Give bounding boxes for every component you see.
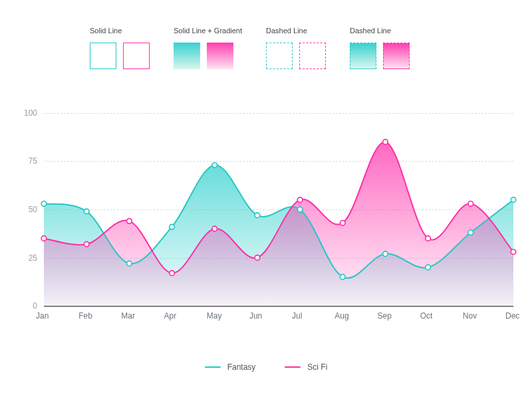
xlabel: Dec (505, 311, 519, 321)
swatch-dashed-scifi[interactable] (299, 43, 326, 69)
swatch-solid-fantasy[interactable] (90, 43, 116, 69)
swatch-dashed-gradient-fantasy[interactable] (350, 43, 376, 69)
xlabel: Feb (78, 311, 92, 321)
ytick: 0 (19, 301, 37, 311)
data-point[interactable] (255, 255, 260, 261)
data-point[interactable] (170, 271, 175, 276)
legend-label: Fantasy (227, 362, 256, 372)
ytick: 75 (19, 156, 37, 166)
data-point[interactable] (468, 230, 473, 235)
data-point[interactable] (383, 140, 388, 145)
swatch-label: Dashed Line (266, 27, 326, 36)
data-point[interactable] (41, 201, 47, 207)
data-point[interactable] (255, 213, 260, 218)
data-point[interactable] (468, 201, 473, 207)
swatch-label: Dashed Line (350, 27, 410, 36)
data-point[interactable] (41, 236, 47, 241)
style-swatch-groups: Solid Line Solid Line + Gradient Dashed … (90, 27, 410, 69)
xlabel: Jan (36, 311, 49, 321)
data-point[interactable] (297, 198, 303, 203)
ytick: 100 (19, 108, 37, 118)
data-point[interactable] (84, 241, 89, 247)
legend-label: Sci Fi (307, 362, 327, 372)
data-point[interactable] (212, 226, 217, 231)
legend-line-icon (285, 366, 301, 368)
data-point[interactable] (426, 265, 431, 270)
xlabel: Mar (121, 311, 135, 321)
data-point[interactable] (84, 209, 89, 214)
xlabel: Apr (164, 311, 177, 321)
swatch-group-dashed-gradient: Dashed Line (350, 27, 410, 69)
xlabel: Sep (377, 311, 391, 321)
swatch-dashed-gradient-scifi[interactable] (383, 43, 410, 69)
data-point[interactable] (297, 207, 303, 212)
data-point[interactable] (340, 221, 345, 226)
data-point[interactable] (127, 219, 132, 224)
swatch-label: Solid Line (90, 27, 150, 36)
x-axis-labels: JanFebMarAprMayJunJulAugSepOctNovDec (44, 311, 513, 325)
swatch-label: Solid Line + Gradient (174, 27, 242, 36)
swatch-group-solid: Solid Line (90, 27, 150, 69)
xlabel: Jul (292, 311, 302, 321)
swatch-gradient-scifi[interactable] (207, 43, 233, 69)
xlabel: Jun (249, 311, 262, 321)
xlabel: Oct (420, 311, 433, 321)
data-point[interactable] (212, 163, 217, 168)
data-point[interactable] (127, 261, 132, 266)
swatch-solid-scifi[interactable] (123, 43, 150, 69)
legend-item-fantasy[interactable]: Fantasy (205, 362, 256, 372)
swatch-group-solid-gradient: Solid Line + Gradient (174, 27, 242, 69)
data-point[interactable] (426, 236, 431, 241)
x-axis (44, 306, 513, 307)
ytick: 50 (19, 205, 37, 214)
swatch-gradient-fantasy[interactable] (174, 43, 200, 69)
chart-legend: Fantasy Sci Fi (0, 362, 532, 372)
swatch-dashed-fantasy[interactable] (266, 43, 293, 69)
legend-item-scifi[interactable]: Sci Fi (285, 362, 327, 372)
swatch-group-dashed: Dashed Line (266, 27, 326, 69)
xlabel: Aug (334, 311, 348, 321)
plot-canvas (44, 113, 513, 306)
data-point[interactable] (511, 198, 516, 203)
data-point[interactable] (511, 249, 516, 255)
data-point[interactable] (340, 275, 345, 280)
data-point[interactable] (170, 224, 175, 229)
spline-area-chart: 100 75 50 25 0 JanFebMarAprMayJunJulAugS… (19, 113, 513, 332)
xlabel: Nov (463, 311, 477, 321)
data-point[interactable] (383, 251, 388, 257)
legend-line-icon (205, 366, 221, 368)
xlabel: May (207, 311, 222, 321)
ytick: 25 (19, 253, 37, 263)
